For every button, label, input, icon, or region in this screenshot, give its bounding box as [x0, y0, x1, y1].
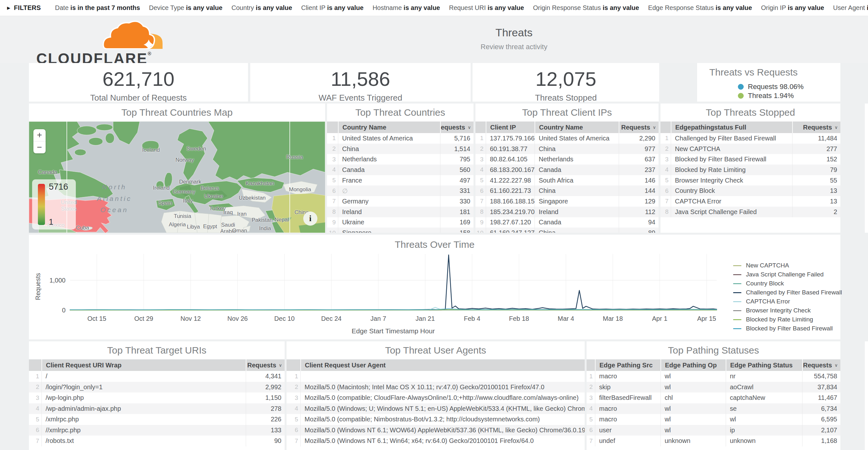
filter-item[interactable]: Origin Response Status is any value — [533, 4, 639, 11]
chart-legend-item[interactable]: Browser Integrity Check — [733, 306, 842, 315]
cell: Netherlands — [534, 154, 619, 164]
table-row[interactable]: 1/4,341 — [29, 371, 285, 382]
table-row[interactable]: 2New CAPTCHA277 — [660, 144, 840, 154]
filter-item[interactable]: Country is any value — [231, 4, 292, 11]
world-map[interactable]: CanadaUnited StatesMexicoCubaIcelandSwed… — [29, 121, 325, 233]
sort-desc-icon: ∨ — [653, 125, 656, 130]
table-row[interactable]: 5Browser Integrity Check55 — [660, 175, 840, 186]
column-header[interactable]: Edgepathingstatus Full — [671, 121, 792, 133]
table-row[interactable]: 3Blocked by Filter Based Firewall152 — [660, 154, 840, 164]
table-row[interactable]: 1Challenged by Filter Based Firewall11,4… — [660, 133, 840, 144]
column-header[interactable]: Edge Pathing Op — [660, 359, 726, 371]
table-row[interactable]: 9198.27.67.120Canada94 — [475, 217, 658, 228]
table-row[interactable]: 7/robots.txt90 — [29, 436, 285, 447]
table-row[interactable]: 380.82.64.105Netherlands637 — [475, 154, 658, 164]
table-row[interactable]: 661.160.221.73China144 — [475, 185, 658, 196]
table-row[interactable]: 7Mozilla/5.0 (Windows NT 6.1; Win64; x64… — [286, 436, 585, 447]
chart-legend-item[interactable]: Country Block — [733, 279, 842, 288]
sort-desc-icon: ∨ — [468, 125, 471, 130]
column-header[interactable]: Country Name — [534, 121, 619, 133]
chart-legend-item[interactable]: CAPTCHA Error — [733, 297, 842, 306]
table-row[interactable]: 4Mozilla/5.0 (Windows; U; Windows NT 5.1… — [286, 403, 585, 414]
table-row[interactable]: 6Mozilla/5.0 (Windows NT 6.1; WOW64) App… — [286, 425, 585, 436]
table-row[interactable]: 7CAPTCHA Error13 — [660, 196, 840, 207]
chart-legend-item[interactable]: New CAPTCHA — [733, 261, 842, 270]
filter-item[interactable]: Date is in the past 7 months — [55, 4, 140, 11]
filter-item[interactable]: Hostname is any value — [373, 4, 440, 11]
row-number: 3 — [587, 392, 595, 403]
column-header[interactable]: Requests∨ — [619, 121, 658, 133]
cell: Ukraine — [338, 217, 440, 228]
map-zoom-out-button[interactable]: − — [33, 141, 45, 153]
table-row[interactable]: 2Mozilla/5.0 (Macintosh; Intel Mac OS X … — [286, 382, 585, 393]
table-row[interactable]: 3Netherlands795 — [327, 154, 473, 164]
column-header[interactable]: Edge Pathing Src — [595, 359, 660, 371]
row-number: 6 — [286, 425, 300, 436]
table-row[interactable]: 5Mozilla/5.0 (compatible; Nimbostratus-B… — [286, 414, 585, 425]
table-row[interactable]: 6∅331 — [327, 185, 473, 196]
table-row[interactable]: 2/login/?login_only=12,992 — [29, 382, 285, 393]
table-row[interactable]: 8Ireland181 — [327, 207, 473, 217]
filter-item[interactable]: Device Type is any value — [149, 4, 223, 11]
column-header[interactable]: Requests∨ — [440, 121, 473, 133]
filter-item[interactable]: Origin IP is any value — [761, 4, 824, 11]
table-row[interactable]: 4Canada560 — [327, 164, 473, 175]
table-row[interactable]: 4macrowlse6,734 — [587, 403, 840, 414]
row-number: 3 — [660, 154, 671, 164]
table-row[interactable]: 260.191.38.77China977 — [475, 144, 658, 154]
table-row[interactable]: 5/xmlrpc.php226 — [29, 414, 285, 425]
table-row[interactable]: 7188.166.188.152Singapore129 — [475, 196, 658, 207]
column-header[interactable]: Requests∨ — [246, 359, 285, 371]
table-body: 1/4,3412/login/?login_only=12,9923/wp-lo… — [29, 371, 285, 450]
table-row[interactable]: 2China1,514 — [327, 144, 473, 154]
table-row[interactable]: 1 — [286, 371, 585, 382]
column-header[interactable]: Requests∨ — [792, 121, 840, 133]
filters-toggle[interactable]: ▶ FILTERS — [7, 4, 41, 11]
table-row[interactable]: 6userwlip2,107 — [587, 425, 840, 436]
table-row[interactable]: 9Ukraine169 — [327, 217, 473, 228]
table-row[interactable]: 468.183.200.167Canada237 — [475, 164, 658, 175]
table-row[interactable]: 8Java Script Challenge Failed2 — [660, 207, 840, 217]
table-row[interactable]: 3filterBasedFirewallchlcaptchaNew11,467 — [587, 392, 840, 403]
chart-legend-item[interactable]: Blocked by Filter Based Firewall — [733, 324, 842, 333]
cell: skip — [595, 382, 660, 393]
sort-desc-icon: ∨ — [835, 363, 838, 368]
table-row[interactable]: 4Blocked by Rate Limiting79 — [660, 164, 840, 175]
table-row[interactable]: 7undefunknownunknown1,168 — [587, 436, 840, 447]
map-info-icon[interactable]: i — [303, 211, 317, 226]
table-row[interactable]: 1macrowlnr554,758 — [587, 371, 840, 382]
table-row[interactable]: 3Mozilla/5.0 (compatible; CloudFlare-Alw… — [286, 392, 585, 403]
map-zoom-in-button[interactable]: + — [33, 129, 45, 141]
table-row[interactable]: 4/wp-admin/admin-ajax.php278 — [29, 403, 285, 414]
filter-item[interactable]: User Agent is any value — [833, 4, 868, 11]
table-row[interactable]: 7Germany330 — [327, 196, 473, 207]
table-row[interactable]: 5France497 — [327, 175, 473, 186]
table-row[interactable]: 8185.234.219.70Ireland112 — [475, 207, 658, 217]
table-row[interactable]: 5macrowlwl6,595 — [587, 414, 840, 425]
column-header[interactable]: Edge Pathing Status — [726, 359, 802, 371]
table-row[interactable]: 6//xmlrpc.php133 — [29, 425, 285, 436]
x-tick-label: Mar 18 — [603, 315, 623, 322]
table-row[interactable]: 10Singapore158 — [327, 228, 473, 233]
filter-item[interactable]: Client IP is any value — [301, 4, 363, 11]
table-row[interactable]: 1United States of America5,716 — [327, 133, 473, 144]
cell: Singapore — [534, 196, 619, 207]
chart-legend-item[interactable]: Blocked by Rate Limiting — [733, 315, 842, 324]
chart-legend-item[interactable]: Challenged by Filter Based Firewall — [733, 288, 842, 297]
table-row[interactable]: 2skipwlaoCrawl37,834 — [587, 382, 840, 393]
column-header[interactable]: Client Request User Agent — [300, 359, 585, 371]
filter-item[interactable]: Edge Response Status is any value — [648, 4, 752, 11]
table-row[interactable]: 6Country Block13 — [660, 185, 840, 196]
table-row[interactable]: 3/wp-login.php1,150 — [29, 392, 285, 403]
filter-item[interactable]: Request URI is any value — [449, 4, 524, 11]
chart-legend-item[interactable]: Java Script Challenge Failed — [733, 270, 842, 279]
table-row[interactable]: 1061.160.247.127China89 — [475, 228, 658, 233]
column-header[interactable]: Client IP — [486, 121, 534, 133]
cloudflare-logo: CLOUDFLARE® — [36, 17, 165, 64]
table-row[interactable]: 541.222.227.98South Africa146 — [475, 175, 658, 186]
table-row[interactable]: 1137.175.79.166United States of America2… — [475, 133, 658, 144]
column-header[interactable]: Requests∨ — [802, 359, 840, 371]
threats-over-time-chart[interactable]: 01,000Oct 15Oct 29Nov 12Nov 26Dec 10Dec … — [29, 235, 840, 339]
column-header[interactable]: Country Name — [338, 121, 440, 133]
column-header[interactable]: Client Request URI Wrap — [41, 359, 246, 371]
